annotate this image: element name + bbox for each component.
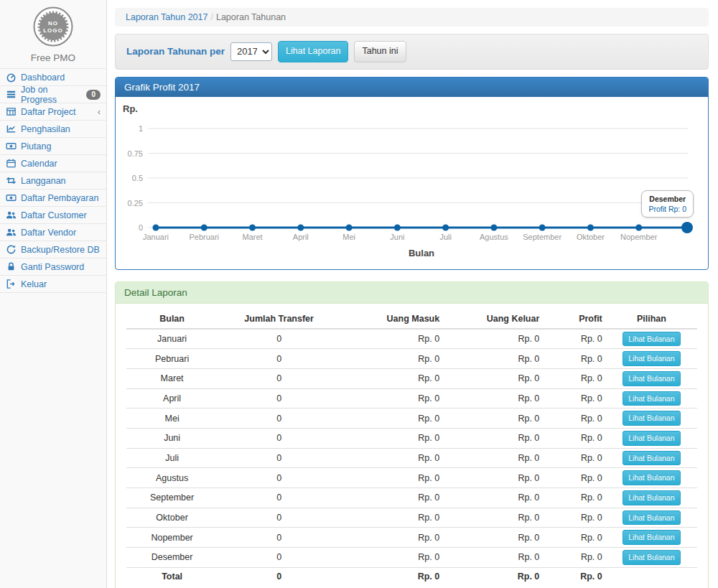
sidebar-item-label: Backup/Restore DB [21,245,100,255]
svg-text:Pebruari: Pebruari [189,233,219,241]
sign-out-icon [6,279,17,289]
sidebar-item-langganan[interactable]: Langganan [0,172,106,190]
table-row: Oktober0Rp. 0Rp. 0Rp. 0Lihat Bulanan [126,508,697,528]
lihat-bulanan-button[interactable]: Lihat Bulanan [623,530,680,545]
lihat-bulanan-button[interactable]: Lihat Bulanan [623,470,680,485]
sidebar-item-label: Calendar [21,159,57,169]
lihat-bulanan-button[interactable]: Lihat Bulanan [623,371,680,386]
table-cell: September [126,488,218,508]
table-cell: Rp. 0 [443,528,543,548]
tooltip-month: Desember [648,195,686,203]
table-cell: Rp. 0 [443,567,543,584]
table-cell: Nopember [126,528,218,548]
detail-panel-title: Detail Laporan [116,282,708,304]
table-cell: Rp. 0 [340,409,443,429]
lihat-bulanan-button[interactable]: Lihat Bulanan [623,550,680,565]
sidebar-item-penghasilan[interactable]: Penghasilan [0,121,106,138]
sidebar-item-daftar-project[interactable]: Daftar Project‹ [0,103,106,121]
profit-line-chart[interactable]: 00.250.50.751Rp.BulanJanuariPebruariMare… [116,97,716,269]
table-row: Desember0Rp. 0Rp. 0Rp. 0Lihat Bulanan [126,548,697,568]
table-cell: 0 [218,548,340,568]
table-cell: Rp. 0 [543,349,605,369]
money-icon [6,141,17,151]
table-cell: 0 [218,468,340,488]
breadcrumb-link-laporan-tahun[interactable]: Laporan Tahun 2017 [126,12,208,22]
svg-text:NO: NO [48,20,58,27]
sidebar-item-label: Piutang [21,141,51,151]
sidebar-item-daftar-pembayaran[interactable]: Daftar Pembayaran [0,190,106,207]
table-cell-action: Lihat Bulanan [606,488,697,508]
lihat-bulanan-button[interactable]: Lihat Bulanan [623,391,680,406]
table-cell: Rp. 0 [340,368,443,388]
calendar-icon [6,158,17,169]
breadcrumb-current: Laporan Tahunan [216,12,286,22]
table-total-row: Total0Rp. 0Rp. 0Rp. 0 [126,567,697,584]
users-icon [6,227,17,238]
sidebar-item-keluar[interactable]: Keluar [0,276,106,293]
sidebar-item-daftar-customer[interactable]: Daftar Customer [0,207,106,224]
sidebar-item-daftar-vendor[interactable]: Daftar Vendor [0,224,106,241]
svg-text:Mei: Mei [342,233,355,241]
table-cell: April [126,388,218,409]
table-cell: Rp. 0 [443,428,543,448]
sidebar-item-label: Ganti Password [21,262,84,272]
svg-text:Juni: Juni [390,233,404,241]
lihat-bulanan-button[interactable]: Lihat Bulanan [623,510,680,526]
table-cell: 0 [218,349,340,369]
lihat-bulanan-button[interactable]: Lihat Bulanan [623,351,680,366]
table-cell: Rp. 0 [543,368,605,388]
sidebar-item-ganti-password[interactable]: Ganti Password [0,258,106,276]
table-icon [6,106,17,117]
table-cell-action [606,567,697,584]
header-profit: Profit [543,309,605,329]
report-table: Bulan Jumlah Transfer Uang Masuk Uang Ke… [126,309,697,585]
svg-text:Nopember: Nopember [620,233,658,241]
svg-text:April: April [293,233,309,241]
sidebar-item-dashboard[interactable]: Dashboard [0,69,106,86]
table-cell: Rp. 0 [543,448,605,468]
lihat-bulanan-button[interactable]: Lihat Bulanan [623,431,680,446]
table-cell: Agustus [126,468,218,488]
table-cell-action: Lihat Bulanan [606,528,697,548]
lihat-bulanan-button[interactable]: Lihat Bulanan [623,411,680,426]
table-cell-action: Lihat Bulanan [606,368,697,388]
sidebar-item-calendar[interactable]: Calendar [0,155,106,172]
tahun-ini-button[interactable]: Tahun ini [354,41,406,62]
sidebar-item-backup-restore-db[interactable]: Backup/Restore DB [0,241,106,258]
svg-text:0: 0 [139,223,143,232]
header-uang-keluar: Uang Keluar [443,309,543,329]
table-cell: Rp. 0 [543,409,605,429]
users-icon [6,210,17,220]
table-cell: Rp. 0 [340,548,443,568]
brand: NO LOGO Free PMO [0,0,106,68]
table-cell: Rp. 0 [543,468,605,488]
sidebar-item-job-on-progress[interactable]: Job on Progress0 [0,86,106,103]
lihat-laporan-button[interactable]: Lihat Laporan [278,41,348,62]
lihat-bulanan-button[interactable]: Lihat Bulanan [623,332,680,347]
main-content: Laporan Tahun 2017/Laporan Tahunan Lapor… [108,0,718,588]
refresh-icon [6,244,17,255]
table-cell: Juni [126,428,218,448]
lihat-bulanan-button[interactable]: Lihat Bulanan [623,490,680,505]
table-cell: Januari [126,329,218,349]
table-row: Agustus0Rp. 0Rp. 0Rp. 0Lihat Bulanan [126,468,697,488]
table-cell: Juli [126,448,218,468]
table-cell: Rp. 0 [543,508,605,528]
year-select[interactable]: 2017 [230,42,272,61]
table-cell: Rp. 0 [340,508,443,528]
table-row: Nopember0Rp. 0Rp. 0Rp. 0Lihat Bulanan [126,528,697,548]
sidebar-item-piutang[interactable]: Piutang [0,138,106,155]
table-row: September0Rp. 0Rp. 0Rp. 0Lihat Bulanan [126,488,697,508]
table-row: Mei0Rp. 0Rp. 0Rp. 0Lihat Bulanan [126,409,697,429]
detail-panel-body: Bulan Jumlah Transfer Uang Masuk Uang Ke… [116,304,708,588]
svg-text:1: 1 [139,124,143,133]
lock-icon [6,261,17,272]
table-row: April0Rp. 0Rp. 0Rp. 0Lihat Bulanan [126,388,697,409]
table-cell: Rp. 0 [543,329,605,349]
table-cell-action: Lihat Bulanan [606,329,697,349]
table-cell: Rp. 0 [340,567,443,584]
lihat-bulanan-button[interactable]: Lihat Bulanan [623,451,680,466]
brand-name: Free PMO [0,52,106,63]
table-cell: Rp. 0 [443,508,543,528]
table-cell: 0 [218,528,340,548]
